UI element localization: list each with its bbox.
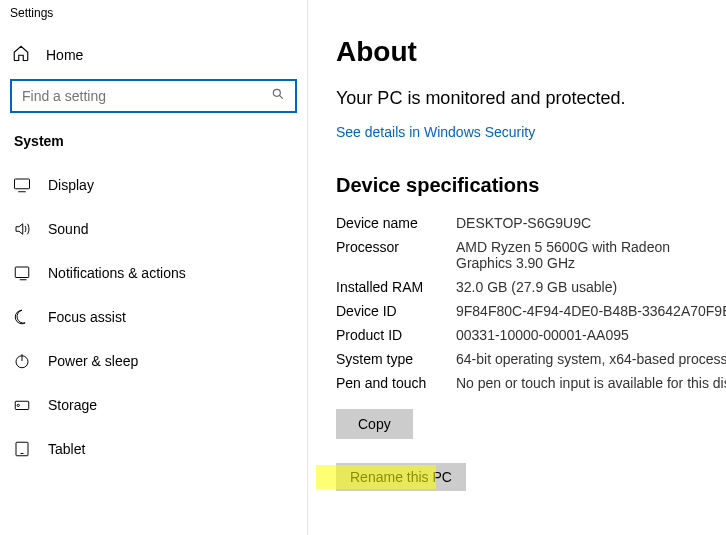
nav-label: Focus assist — [48, 309, 126, 325]
svg-point-9 — [17, 404, 19, 406]
storage-icon — [12, 395, 32, 415]
search-wrap — [0, 79, 307, 123]
rename-label: Rename this PC — [350, 469, 452, 485]
security-link[interactable]: See details in Windows Security — [336, 124, 535, 140]
rename-pc-button[interactable]: Rename this PC — [336, 463, 466, 491]
copy-button[interactable]: Copy — [336, 409, 413, 439]
search-input[interactable] — [22, 88, 271, 104]
spec-processor: Processor AMD Ryzen 5 5600G with Radeon … — [336, 239, 726, 271]
nav-storage[interactable]: Storage — [0, 383, 307, 427]
spec-value: 32.0 GB (27.9 GB usable) — [456, 279, 726, 295]
spec-value: No pen or touch input is available for t… — [456, 375, 726, 391]
page-title: About — [336, 36, 726, 68]
nav-focus[interactable]: Focus assist — [0, 295, 307, 339]
nav-notifications[interactable]: Notifications & actions — [0, 251, 307, 295]
spec-label: Installed RAM — [336, 279, 456, 295]
focus-icon — [12, 307, 32, 327]
nav-label: Notifications & actions — [48, 265, 186, 281]
nav-sound[interactable]: Sound — [0, 207, 307, 251]
system-heading: System — [0, 123, 307, 163]
spec-device-name: Device name DESKTOP-S6G9U9C — [336, 215, 726, 231]
display-icon — [12, 175, 32, 195]
nav-power[interactable]: Power & sleep — [0, 339, 307, 383]
spec-value: AMD Ryzen 5 5600G with Radeon Graphics 3… — [456, 239, 726, 271]
spec-device-id: Device ID 9F84F80C-4F94-4DE0-B48B-33642A… — [336, 303, 726, 319]
svg-point-0 — [273, 89, 280, 96]
spec-ram: Installed RAM 32.0 GB (27.9 GB usable) — [336, 279, 726, 295]
specs-heading: Device specifications — [336, 174, 726, 197]
main-content: About Your PC is monitored and protected… — [308, 0, 726, 535]
search-box[interactable] — [10, 79, 297, 113]
svg-rect-4 — [15, 267, 29, 278]
tablet-icon — [12, 439, 32, 459]
nav-list: Display Sound Notifications & actions Fo… — [0, 163, 307, 471]
nav-label: Tablet — [48, 441, 85, 457]
spec-label: Product ID — [336, 327, 456, 343]
sound-icon — [12, 219, 32, 239]
spec-value: 64-bit operating system, x64-based proce… — [456, 351, 726, 367]
svg-rect-2 — [15, 179, 30, 189]
window-title: Settings — [0, 0, 307, 24]
spec-value: DESKTOP-S6G9U9C — [456, 215, 726, 231]
nav-label: Display — [48, 177, 94, 193]
spec-product-id: Product ID 00331-10000-00001-AA095 — [336, 327, 726, 343]
spec-label: System type — [336, 351, 456, 367]
nav-tablet[interactable]: Tablet — [0, 427, 307, 471]
nav-display[interactable]: Display — [0, 163, 307, 207]
nav-home[interactable]: Home — [0, 30, 307, 79]
spec-label: Pen and touch — [336, 375, 456, 391]
spec-system-type: System type 64-bit operating system, x64… — [336, 351, 726, 367]
svg-line-1 — [279, 95, 282, 98]
spec-value: 9F84F80C-4F94-4DE0-B48B-33642A70F9EF — [456, 303, 726, 319]
nav-label: Power & sleep — [48, 353, 138, 369]
spec-pen-touch: Pen and touch No pen or touch input is a… — [336, 375, 726, 391]
sidebar: Settings Home System Display Sound Notif… — [0, 0, 308, 535]
notifications-icon — [12, 263, 32, 283]
spec-label: Device name — [336, 215, 456, 231]
home-label: Home — [46, 47, 83, 63]
home-icon — [12, 44, 30, 65]
spec-label: Device ID — [336, 303, 456, 319]
nav-label: Storage — [48, 397, 97, 413]
protected-text: Your PC is monitored and protected. — [336, 88, 726, 109]
nav-label: Sound — [48, 221, 88, 237]
power-icon — [12, 351, 32, 371]
search-icon — [271, 87, 285, 105]
spec-label: Processor — [336, 239, 456, 255]
spec-value: 00331-10000-00001-AA095 — [456, 327, 726, 343]
